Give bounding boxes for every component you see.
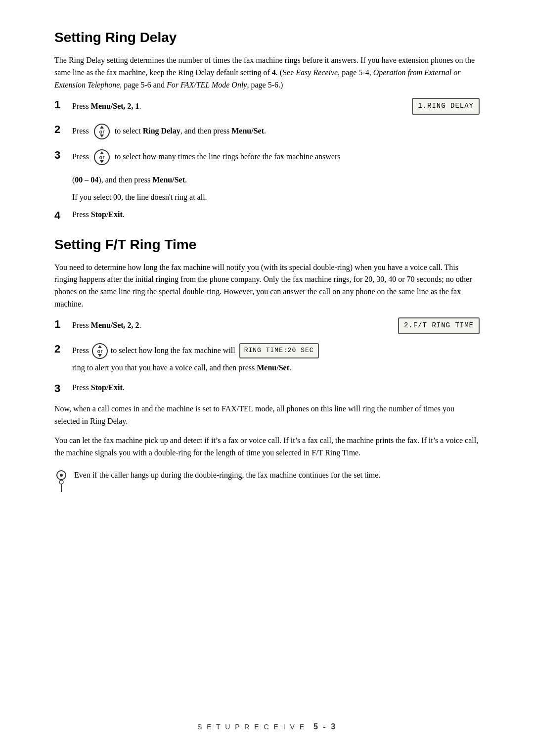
s2-step1-text: Press Menu/Set, 2, 2. (72, 319, 388, 332)
step3-sub1-mid: ), and then press (98, 176, 152, 184)
step3-sub2: If you select 00, the line doesn't ring … (72, 193, 207, 201)
step4-number: 4 (54, 209, 72, 222)
s2-step1-prefix: Press (72, 321, 91, 329)
step4-content: Press Stop/Exit. (72, 209, 480, 221)
section2-step3: 3 Press Stop/Exit. (54, 382, 480, 395)
section1-intro-italic3: For FAX/TEL Mode Only (167, 81, 247, 89)
step1-number: 1 (54, 98, 72, 111)
step3-sub1-bold2: Menu/Set (152, 176, 185, 184)
svg-point-13 (60, 474, 63, 477)
step2-number: 2 (54, 123, 72, 136)
step3-number: 3 (54, 148, 72, 162)
s2-step2-sub1: ring to alert you that you have a voice … (72, 363, 257, 372)
section2-para1: Now, when a call comes in and the machin… (54, 403, 480, 428)
section-ring-delay: Setting Ring Delay The Ring Delay settin… (54, 30, 480, 222)
step2-bold1: Ring Delay (143, 127, 180, 135)
s2-step2-mid: to select how long the fax machine will (111, 345, 235, 357)
step1-prefix: Press (72, 102, 91, 110)
step3-sub1-bold: 00 – 04 (75, 176, 98, 184)
svg-marker-11 (98, 354, 102, 357)
s2-step1-bold: Menu/Set, 2, 2 (91, 321, 139, 329)
step3-substep1: (00 – 04), and then press Menu/Set. (72, 174, 480, 186)
s2-step1-number: 1 (54, 317, 72, 331)
section1-intro-after: . (See (276, 68, 296, 77)
note-text: Even if the caller hangs up during the d… (74, 469, 380, 482)
s2-step1-lcd: 2.F/T RING TIME (398, 317, 480, 334)
s2-step2-number: 2 (54, 342, 72, 356)
step3-sub1-suffix: . (185, 176, 187, 184)
s2-step1-content: Press Menu/Set, 2, 2. 2.F/T RING TIME (72, 317, 480, 334)
step3-content: Press or to select how many times the li… (72, 148, 480, 166)
section2-step1: 1 Press Menu/Set, 2, 2. 2.F/T RING TIME (54, 317, 480, 334)
svg-text:or: or (99, 154, 105, 160)
step4-suffix: . (123, 210, 125, 219)
step2-mid: to select (115, 127, 143, 135)
s2-step3-number: 3 (54, 382, 72, 395)
section1-intro-italic1: Easy Receive (296, 68, 338, 77)
section1-intro-mid1: , page 5-4, (338, 68, 373, 77)
step1-content: Press Menu/Set, 2, 1. 1.RING DELAY (72, 98, 480, 115)
section2-title: Setting F/T Ring Time (54, 237, 480, 253)
s2-step3-suffix: . (123, 383, 125, 392)
svg-marker-7 (100, 160, 104, 163)
page: Setting Ring Delay The Ring Delay settin… (0, 0, 534, 756)
s2-step2-sub1-suffix: . (289, 363, 291, 372)
step4-bold: Stop/Exit (91, 210, 123, 219)
s2-step3-prefix: Press (72, 383, 91, 392)
step2-content: Press or to select Ring Delay, and then … (72, 123, 480, 140)
step4-prefix: Press (72, 210, 91, 219)
step2-bold2: Menu/Set (231, 127, 264, 135)
s2-step3-content: Press Stop/Exit. (72, 382, 480, 394)
svg-marker-10 (98, 345, 102, 348)
s2-step2-prefix: Press (72, 345, 89, 357)
section2-para2: You can let the fax machine pick up and … (54, 435, 480, 459)
s2-step2-lcd-inline: RING TIME:20 SEC (239, 343, 319, 358)
step1-bold: Menu/Set, 2, 1 (91, 102, 139, 110)
up-down-arrow-icon2: or (93, 148, 111, 166)
section1-step3: 3 Press or to select how many times the … (54, 148, 480, 166)
step2-mid2: , and then press (180, 127, 232, 135)
svg-marker-2 (100, 126, 104, 129)
section1-step1: 1 Press Menu/Set, 2, 1. 1.RING DELAY (54, 98, 480, 115)
s2-step2-sub1-bold: Menu/Set (257, 363, 289, 372)
section1-intro-bold: 4 (272, 68, 276, 77)
step3-substep2: If you select 00, the line doesn't ring … (72, 191, 480, 204)
s2-step1-suffix: . (139, 321, 141, 329)
section2-intro: You need to determine how long the fax m… (54, 262, 480, 311)
step2-suffix: . (264, 127, 266, 135)
section1-intro-mid2: , page 5-6 and (120, 81, 167, 89)
up-down-arrow-icon3: or (91, 342, 109, 360)
footer-page: 5 - 3 (313, 722, 337, 731)
svg-text:or: or (99, 129, 105, 134)
note-icon (54, 470, 68, 494)
section2-step2: 2 Press or to select how long the fax ma… (54, 342, 480, 374)
step1-suffix: . (139, 102, 141, 110)
section1-step4: 4 Press Stop/Exit. (54, 209, 480, 222)
step2-prefix: Press (72, 127, 91, 135)
step1-text: Press Menu/Set, 2, 1. (72, 100, 402, 113)
s2-step2-content: Press or to select how long the fax mach… (72, 342, 480, 374)
svg-marker-6 (100, 151, 104, 154)
step3-mid: to select how many times the line rings … (115, 152, 341, 161)
section1-step2: 2 Press or to select Ring Delay, and the… (54, 123, 480, 140)
footer-label: S E T U P R E C E I V E (197, 723, 306, 731)
section1-intro: The Ring Delay setting determines the nu… (54, 54, 480, 91)
step3-prefix: Press (72, 152, 91, 161)
section1-intro-end: , page 5-6.) (247, 81, 283, 89)
s2-step3-bold: Stop/Exit (91, 383, 123, 392)
svg-text:or: or (97, 348, 103, 354)
step1-lcd: 1.RING DELAY (412, 98, 480, 115)
footer: S E T U P R E C E I V E 5 - 3 (0, 722, 534, 731)
svg-marker-3 (100, 134, 104, 137)
section1-title: Setting Ring Delay (54, 30, 480, 45)
section-ft-ring-time: Setting F/T Ring Time You need to determ… (54, 237, 480, 494)
up-down-arrow-icon: or (93, 123, 111, 140)
note-row: Even if the caller hangs up during the d… (54, 469, 480, 494)
svg-point-15 (59, 480, 63, 484)
